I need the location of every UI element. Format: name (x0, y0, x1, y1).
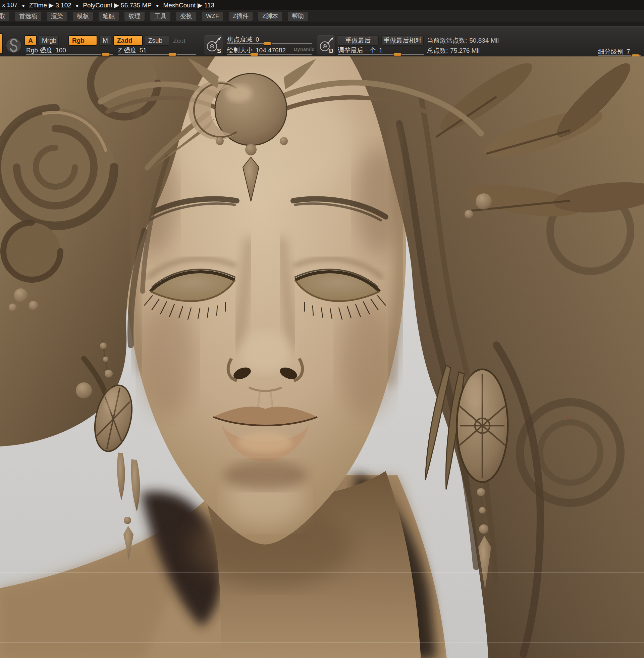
menu-bar: 取 首选项 渲染 模板 笔触 纹理 工具 变换 WZF Z插件 Z脚本 帮助 (0, 10, 644, 22)
slider-track[interactable] (227, 43, 312, 44)
red-marker-dot (101, 324, 102, 326)
deco-brush-button[interactable]: D (317, 35, 336, 56)
menu-item-zscript[interactable]: Z脚本 (258, 12, 282, 21)
mode-button-zcut-disabled: Zcut (173, 37, 185, 45)
z-intensity-slider[interactable]: Z 强度51 (118, 46, 196, 55)
rgb-intensity-value: 100 (55, 47, 66, 54)
mode-button-rgb[interactable]: Rgb (68, 35, 97, 46)
status-item-polycount: PolyCount ▶ 56.735 MP (83, 1, 152, 9)
active-points-stat: 当前激活点数:50.834 Mil (427, 36, 499, 45)
status-bar: x 107 ● ZTime ▶ 3.102 ● PolyCount ▶ 56.7… (0, 0, 644, 10)
focal-shift-value: 0 (256, 36, 259, 43)
menu-item-template[interactable]: 模板 (73, 12, 93, 21)
redo-last-relative-button[interactable]: 重做最后相对 (382, 35, 423, 46)
bar-divider (0, 22, 644, 26)
focal-shift-slider[interactable]: 焦点衰减0 (227, 35, 312, 44)
slider-handle[interactable] (168, 53, 177, 56)
slider-track[interactable] (227, 54, 312, 55)
red-marker-dot (567, 417, 568, 418)
mode-button-zsub[interactable]: Zsub (145, 35, 169, 46)
zbrush-logo-icon (5, 37, 22, 54)
adjust-last-slider[interactable]: 调整最后一个1 (338, 46, 424, 55)
bullet-icon: ● (22, 3, 24, 8)
stroke-button[interactable]: S (204, 35, 223, 56)
menu-item-help[interactable]: 帮助 (288, 12, 308, 21)
menu-item-clipped[interactable]: 取 (0, 12, 9, 21)
focal-shift-label: 焦点衰减 (227, 36, 253, 43)
clay-grain-overlay (0, 57, 644, 658)
bullet-icon: ● (156, 3, 159, 8)
slider-track[interactable] (26, 54, 113, 55)
subdivision-value: 7 (626, 48, 630, 55)
slider-track[interactable] (338, 54, 424, 55)
z-intensity-value: 51 (140, 47, 146, 54)
slider-handle[interactable] (250, 53, 259, 56)
bullet-icon: ● (76, 3, 78, 8)
total-points-label: 总点数: (427, 47, 448, 54)
status-item-meshcount: MeshCount ▶ 113 (163, 1, 214, 9)
menu-item-texture[interactable]: 纹理 (124, 12, 144, 21)
top-toolbar: A Mrgb Rgb M Zadd Zsub Zcut Rgb 强度100 Z … (0, 26, 644, 57)
mode-button-mrgb[interactable]: Mrgb (39, 35, 59, 46)
menu-item-transform[interactable]: 变换 (176, 12, 196, 21)
active-points-value: 50.834 Mil (469, 37, 499, 44)
status-item-frame: x 107 (2, 1, 18, 9)
rgb-intensity-slider[interactable]: Rgb 强度100 (26, 46, 113, 55)
slider-track[interactable] (598, 56, 641, 56)
mode-button-zadd[interactable]: Zadd (113, 35, 143, 46)
sculpt-scene (0, 57, 644, 658)
total-points-stat: 总点数:75.276 Mil (427, 46, 480, 55)
menu-item-zplugin[interactable]: Z插件 (229, 12, 253, 21)
adjust-last-value: 1 (379, 47, 383, 54)
rgb-intensity-label: Rgb 强度 (26, 47, 52, 54)
slider-track[interactable] (118, 54, 196, 55)
slider-handle[interactable] (393, 53, 402, 56)
menu-item-preferences[interactable]: 首选项 (15, 12, 41, 21)
menu-item-render[interactable]: 渲染 (47, 12, 67, 21)
deco-button-letter: D (329, 48, 334, 55)
menu-item-tool[interactable]: 工具 (150, 12, 170, 21)
draw-size-label: 绘制大小 (227, 47, 253, 54)
total-points-value: 75.276 Mil (450, 47, 480, 54)
status-item-ztime: ZTime ▶ 3.102 (29, 1, 71, 9)
subdivision-slider[interactable]: 细分级别7 (598, 47, 641, 56)
mode-button-m[interactable]: M (99, 35, 111, 46)
dynamic-mode-label: Dynamic (294, 47, 315, 52)
redo-last-button[interactable]: 重做最后 (337, 35, 379, 46)
zbrush-app: x 107 ● ZTime ▶ 3.102 ● PolyCount ▶ 56.7… (0, 0, 644, 658)
left-edge-button[interactable] (0, 33, 3, 54)
adjust-last-label: 调整最后一个 (338, 47, 376, 54)
subdivision-label: 细分级别 (598, 48, 624, 55)
stroke-button-letter: S (217, 48, 221, 55)
slider-handle[interactable] (101, 53, 110, 56)
mode-button-a[interactable]: A (24, 35, 37, 46)
sculpt-viewport[interactable] (0, 57, 644, 658)
menu-item-wzf[interactable]: WZF (202, 12, 223, 21)
slider-handle[interactable] (263, 42, 272, 45)
menu-item-stroke[interactable]: 笔触 (99, 12, 119, 21)
draw-size-value: 104.47682 (256, 47, 286, 54)
active-points-label: 当前激活点数: (427, 37, 467, 44)
z-intensity-label: Z 强度 (118, 47, 137, 54)
